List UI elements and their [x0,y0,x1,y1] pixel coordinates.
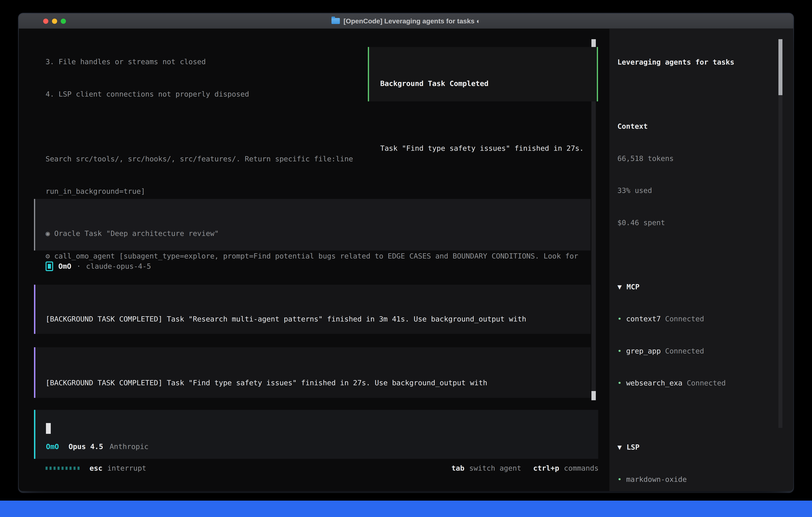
terminal-window: [OpenCode] Leveraging agents for tasks ◐… [19,13,793,491]
lsp-heading: LSP [627,443,640,451]
background-task-toast: Background Task Completed Task "Find typ… [368,47,598,101]
transcript-line: run_in_background=true] [46,186,597,197]
chevron-down-icon: ▼ [617,443,627,451]
titlebar[interactable]: [OpenCode] Leveraging agents for tasks ◐ [19,13,793,29]
fisheye-icon: ◉ [46,229,50,238]
mcp-heading: MCP [627,283,640,291]
input-model-label[interactable]: Opus 4.5 [68,441,103,452]
space-gap [661,315,665,323]
minimize-button[interactable] [52,19,57,24]
shortcut-key: esc [89,463,103,473]
oracle-title: Oracle Task "Deep architecture review" [54,229,219,238]
session-title: Leveraging agents for tasks [617,57,777,67]
folder-icon [331,18,340,24]
bullet-icon: • [617,315,626,323]
close-button[interactable] [43,19,48,24]
mcp-name: websearch_exa [626,379,683,387]
agent-separator: · [77,261,81,272]
bullet-icon: • [617,379,626,387]
session-sidebar: Leveraging agents for tasks Context 66,5… [609,29,793,491]
mcp-status: Connected [665,347,704,355]
mcp-name: grep_app [626,347,661,355]
shortcut-commands: ctrl+p commands [533,463,599,473]
input-agent-label: OmO [46,441,59,452]
status-right: tab switch agent ctrl+p commands [452,463,599,473]
input-provider-label: Anthropic [110,441,148,452]
context-tokens: 66,518 tokens [617,153,777,164]
prompt-input[interactable]: OmO Opus 4.5 Anthropic [34,410,598,459]
mcp-section-header[interactable]: ▼MCP [617,281,777,292]
agent-square-icon [46,262,53,271]
mcp-item: •context7 Connected [617,314,777,324]
space-gap [682,379,687,387]
shortcut-tab: tab switch agent [452,463,521,473]
window-title: [OpenCode] Leveraging agents for tasks ◐ [331,17,481,25]
agent-header: OmO · claude-opus-4-5 [46,260,151,273]
toast-body: Task "Find type safety issues" finished … [380,143,597,154]
shortcut-label: interrupt [107,463,146,473]
shortcut-label: switch agent [469,463,521,473]
maximize-button[interactable] [61,19,66,24]
status-left: esc interrupt [46,463,146,473]
bullet-icon: • [617,475,626,483]
spinner-dots-icon [46,467,80,470]
model-row: OmO Opus 4.5 Anthropic [46,441,149,452]
terminal-content: 3. File handles or streams not closed 4.… [19,29,793,491]
lsp-name: markdown-oxide [626,475,687,483]
agent-name: OmO [58,261,71,272]
oracle-task-box: ◉ Oracle Task "Deep architecture review"… [34,199,590,250]
agent-model: claude-opus-4-5 [86,261,151,272]
mcp-status: Connected [665,315,704,323]
traffic-lights [43,19,66,24]
context-heading: Context [617,121,777,132]
background-task-message: [BACKGROUND TASK COMPLETED] Task "Find t… [34,347,590,398]
bullet-icon: • [617,347,626,355]
space-gap [103,441,110,452]
lsp-item: •markdown-oxide [617,474,777,485]
mcp-item: •websearch_exa Connected [617,378,777,388]
sidebar-scrollbar[interactable] [778,39,782,428]
chevron-down-icon: ▼ [617,283,627,291]
sidebar-content: Leveraging agents for tasks Context 66,5… [617,35,777,491]
text-cursor [46,423,51,434]
shortcut-key: tab [452,463,464,473]
context-spent: $0.46 spent [617,217,777,228]
mcp-name: context7 [626,315,661,323]
status-bar: esc interrupt tab switch agent ctrl+p co… [46,463,599,473]
shortcut-key: ctrl+p [533,463,559,473]
sidebar-scrollbar-thumb[interactable] [778,39,782,95]
space-gap [50,229,54,238]
desktop-wallpaper-strip [0,500,812,517]
toast-title: Background Task Completed [380,78,597,89]
lsp-section-header[interactable]: ▼LSP [617,442,777,453]
space-gap [661,347,665,355]
background-task-message: [BACKGROUND TASK COMPLETED] Task "Resear… [34,285,590,334]
mcp-status: Connected [687,379,726,387]
chat-scrollbar-thumb-bottom[interactable] [591,391,596,400]
oracle-title-line: ◉ Oracle Task "Deep architecture review" [46,228,590,239]
shortcut-esc: esc interrupt [89,463,146,473]
mcp-item: •grep_app Connected [617,346,777,356]
space-gap [59,441,68,452]
task-message-line: [BACKGROUND TASK COMPLETED] Task "Find t… [46,377,590,388]
window-title-text: [OpenCode] Leveraging agents for tasks ◐ [344,17,481,25]
shortcut-label: commands [564,463,599,473]
task-message-line: [BACKGROUND TASK COMPLETED] Task "Resear… [46,314,590,324]
context-used: 33% used [617,185,777,196]
